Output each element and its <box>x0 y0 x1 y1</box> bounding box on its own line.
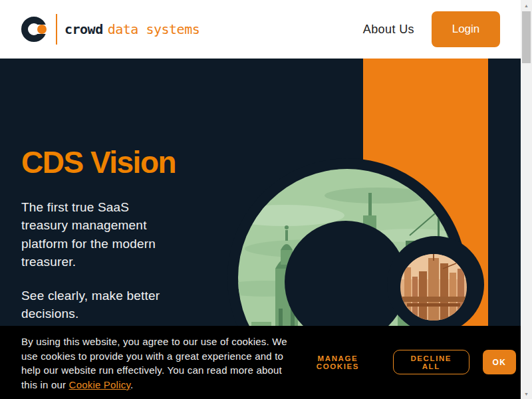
logo-c-dot <box>37 25 47 34</box>
manage-cookies-button[interactable]: MANAGE COOKIES <box>303 354 372 370</box>
vertical-scrollbar[interactable]: ▲ ▼ <box>521 0 532 399</box>
logo[interactable]: crowddata systems <box>21 14 200 45</box>
decline-all-button[interactable]: DECLINE ALL <box>393 350 469 374</box>
login-button[interactable]: Login <box>432 11 500 47</box>
logo-separator <box>56 14 57 45</box>
cookie-message-start: By using this website, you agree to our … <box>21 336 287 390</box>
cookie-actions: MANAGE COOKIES DECLINE ALL OK <box>303 350 516 374</box>
ok-button[interactable]: OK <box>483 350 516 374</box>
scroll-down-icon[interactable]: ▼ <box>521 388 532 399</box>
hero-paragraph-2: See clearly, make better decisions. <box>21 287 178 323</box>
cookie-message-end: . <box>130 379 133 390</box>
logo-c-icon <box>21 17 47 42</box>
about-us-link[interactable]: About Us <box>363 23 414 37</box>
orange-city-photo-circle <box>400 254 467 321</box>
cookie-banner: By using this website, you agree to our … <box>0 326 521 399</box>
header: crowddata systems About Us Login <box>0 0 521 59</box>
logo-wordmark: crowddata systems <box>65 21 200 37</box>
page: crowddata systems About Us Login <box>0 0 532 399</box>
hero-paragraph-1: The first true SaaS treasury management … <box>21 198 178 271</box>
header-nav: About Us Login <box>363 11 500 47</box>
cookie-policy-link[interactable]: Cookie Policy <box>69 379 130 390</box>
orange-skyline-illustration <box>400 254 467 321</box>
hero-copy: CDS Vision The first true SaaS treasury … <box>21 145 247 323</box>
logo-wordmark-secondary: data systems <box>108 21 200 37</box>
logo-wordmark-primary: crowd <box>65 21 103 37</box>
cookie-message: By using this website, you agree to our … <box>21 334 291 392</box>
hero-title: CDS Vision <box>21 145 247 180</box>
scroll-up-icon[interactable]: ▲ <box>521 0 532 11</box>
scrollbar-thumb[interactable] <box>522 11 531 63</box>
